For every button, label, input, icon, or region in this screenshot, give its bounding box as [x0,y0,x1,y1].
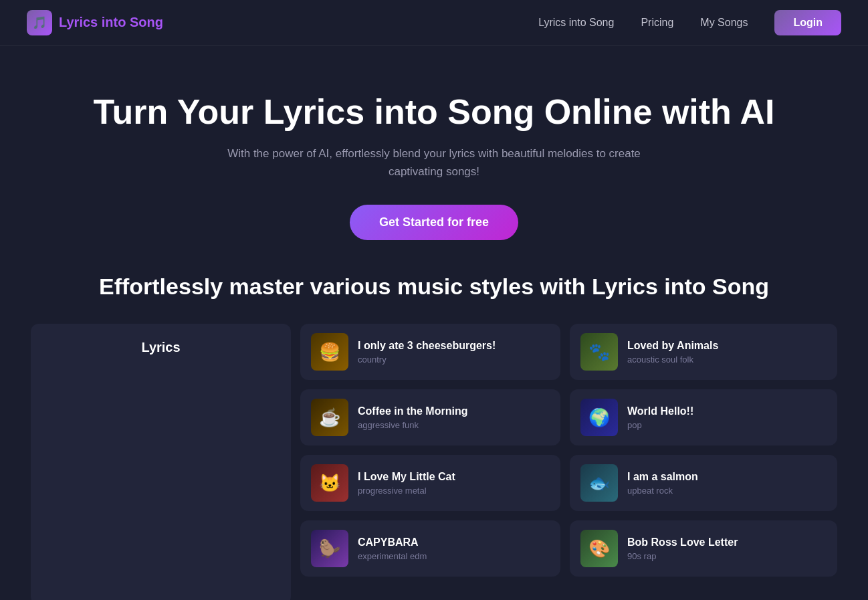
song-info: I Love My Little Cat progressive metal [358,471,455,496]
cards-section: Effortlessly master various music styles… [0,274,868,600]
song-info: World Hello!! pop [627,405,693,430]
song-emoji: 🐾 [588,342,610,363]
song-card-left-0[interactable]: 🍔 I only ate 3 cheeseburgers! country [300,324,560,380]
song-thumb: 🐟 [580,464,618,502]
song-card-left-3[interactable]: 🦫 CAPYBARA experimental edm [300,520,560,577]
logo-text-highlight: Song [130,15,163,29]
section-title: Effortlessly master various music styles… [31,274,837,300]
logo-text-plain: Lyrics into [59,15,130,29]
logo-icon: 🎵 [27,10,52,35]
song-genre: country [358,355,496,365]
song-genre: upbeat rock [627,486,698,496]
song-info: Loved by Animals acoustic soul folk [627,340,718,365]
song-name: I Love My Little Cat [358,471,455,483]
song-info: I am a salmon upbeat rock [627,471,698,496]
song-name: I only ate 3 cheeseburgers! [358,340,496,352]
lyrics-panel: Lyrics [31,324,291,600]
nav-link-pricing[interactable]: Pricing [641,17,673,29]
logo[interactable]: 🎵 Lyrics into Song [27,10,163,35]
song-card-left-2[interactable]: 🐱 I Love My Little Cat progressive metal [300,455,560,511]
song-emoji: 🐱 [319,473,340,494]
login-button[interactable]: Login [774,10,841,35]
song-emoji: 🌍 [588,407,610,428]
cta-button[interactable]: Get Started for free [350,205,518,240]
song-genre: pop [627,420,693,430]
left-column: 🍔 I only ate 3 cheeseburgers! country ☕ … [300,324,560,577]
hero-title: Turn Your Lyrics into Song Online with A… [27,92,841,132]
cards-grid: 🍔 I only ate 3 cheeseburgers! country ☕ … [31,324,837,600]
song-card-center-0[interactable]: 🐾 Loved by Animals acoustic soul folk [570,324,837,380]
song-name: Coffee in the Morning [358,405,467,417]
lyrics-panel-title: Lyrics [141,340,180,355]
song-name: I am a salmon [627,471,698,483]
nav-links: Lyrics into Song Pricing My Songs Login [538,10,841,35]
nav-link-lyrics-into-song[interactable]: Lyrics into Song [538,17,614,29]
song-thumb: 🐾 [580,333,618,371]
song-info: Bob Ross Love Letter 90s rap [627,536,738,561]
song-card-center-3[interactable]: 🎨 Bob Ross Love Letter 90s rap [570,520,837,577]
song-name: Loved by Animals [627,340,718,352]
song-name: World Hello!! [627,405,693,417]
navbar: 🎵 Lyrics into Song Lyrics into Song Pric… [0,0,868,45]
song-thumb: 🎨 [580,530,618,567]
logo-text: Lyrics into Song [59,15,163,30]
song-genre: aggressive funk [358,420,467,430]
song-thumb: 🦫 [311,530,348,567]
center-column: 🐾 Loved by Animals acoustic soul folk 🌍 … [570,324,837,577]
song-name: CAPYBARA [358,536,427,548]
nav-link-my-songs[interactable]: My Songs [700,17,748,29]
song-emoji: 🍔 [319,342,340,363]
song-thumb: 🐱 [311,464,348,502]
logo-music-icon: 🎵 [32,15,47,30]
song-card-center-1[interactable]: 🌍 World Hello!! pop [570,389,837,445]
song-emoji: 🦫 [319,538,340,559]
song-emoji: 🐟 [588,473,610,494]
hero-section: Turn Your Lyrics into Song Online with A… [0,45,868,274]
song-genre: progressive metal [358,486,455,496]
hero-subtitle: With the power of AI, effortlessly blend… [227,144,641,181]
song-emoji: 🎨 [588,538,610,559]
song-emoji: ☕ [319,407,340,428]
song-genre: 90s rap [627,551,738,561]
song-info: I only ate 3 cheeseburgers! country [358,340,496,365]
song-card-left-1[interactable]: ☕ Coffee in the Morning aggressive funk [300,389,560,445]
song-genre: acoustic soul folk [627,355,718,365]
song-thumb: 🍔 [311,333,348,371]
song-genre: experimental edm [358,551,427,561]
song-card-center-2[interactable]: 🐟 I am a salmon upbeat rock [570,455,837,511]
song-thumb: 🌍 [580,399,618,436]
song-name: Bob Ross Love Letter [627,536,738,548]
song-info: CAPYBARA experimental edm [358,536,427,561]
song-info: Coffee in the Morning aggressive funk [358,405,467,430]
song-thumb: ☕ [311,399,348,436]
